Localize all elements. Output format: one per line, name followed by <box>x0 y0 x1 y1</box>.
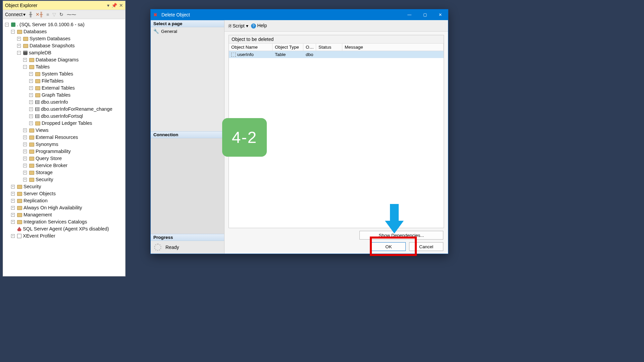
collapse-icon[interactable]: − <box>23 65 27 69</box>
dropped-ledger-node[interactable]: +Dropped Ledger Tables <box>4 120 124 127</box>
system-databases-node[interactable]: +System Databases <box>4 35 124 42</box>
expand-icon[interactable]: + <box>29 107 33 111</box>
cell-owner: dbo <box>303 51 316 58</box>
disconnect-all-icon[interactable]: ✕╫ <box>36 12 43 17</box>
annotation-callout: 4-2 <box>222 118 267 157</box>
expand-icon[interactable]: + <box>11 213 15 217</box>
sql-agent-node[interactable]: SQL Server Agent (Agent XPs disabled) <box>4 225 124 232</box>
expand-icon[interactable]: + <box>29 114 33 118</box>
maximize-button[interactable]: ▢ <box>417 9 433 20</box>
expand-icon[interactable]: + <box>29 72 33 76</box>
server-objects-node[interactable]: +Server Objects <box>4 190 124 197</box>
query-store-node[interactable]: +Query Store <box>4 155 124 162</box>
node-label: Storage <box>36 169 53 176</box>
close-button[interactable]: ✕ <box>433 9 448 20</box>
node-label: Databases <box>23 28 47 35</box>
expand-icon[interactable]: + <box>17 37 21 41</box>
col-message[interactable]: Message <box>342 44 444 51</box>
expand-icon[interactable]: + <box>29 86 33 90</box>
external-tables-node[interactable]: +External Tables <box>4 85 124 92</box>
connect-dropdown[interactable]: Connect ▾ <box>5 12 26 17</box>
node-label: Database Diagrams <box>36 56 79 63</box>
col-object-name[interactable]: Object Name <box>229 44 273 51</box>
disconnect-icon[interactable]: ╫ <box>29 12 32 17</box>
dropdown-arrow-icon[interactable]: ▾ <box>107 3 109 8</box>
grid-row-selected[interactable]: userInfo Table dbo <box>229 51 444 58</box>
table-userinfo-rename-node[interactable]: +dbo.userInfoForRename_change <box>4 106 124 113</box>
isc-node[interactable]: +Integration Services Catalogs <box>4 218 124 225</box>
expand-icon[interactable]: + <box>11 199 15 203</box>
expand-icon[interactable]: + <box>11 185 15 189</box>
expand-icon[interactable]: + <box>29 93 33 97</box>
expand-icon[interactable]: + <box>23 136 27 139</box>
script-dropdown[interactable]: ⎘ Script ▾ <box>229 23 248 29</box>
server-node[interactable]: −. (SQL Server 16.0.1000.6 - sa) <box>4 21 124 28</box>
service-broker-node[interactable]: +Service Broker <box>4 162 124 169</box>
expand-icon[interactable]: + <box>17 44 21 48</box>
activity-icon[interactable]: ⁓⁓ <box>67 12 76 17</box>
expand-icon[interactable]: + <box>11 234 15 238</box>
pin-icon[interactable]: 📌 <box>111 3 117 8</box>
views-node[interactable]: +Views <box>4 127 124 134</box>
col-object-type[interactable]: Object Type <box>273 44 303 51</box>
expand-icon[interactable]: + <box>23 143 27 146</box>
synonyms-node[interactable]: +Synonyms <box>4 141 124 148</box>
external-resources-node[interactable]: +External Resources <box>4 134 124 141</box>
expand-icon[interactable]: + <box>23 178 27 182</box>
node-label: Replication <box>23 197 48 204</box>
expand-icon[interactable]: + <box>23 58 27 62</box>
annotation-label: 4-2 <box>232 128 257 147</box>
expand-icon[interactable]: + <box>23 157 27 160</box>
table-userinfo-node[interactable]: +dbo.userInfo <box>4 99 124 106</box>
dialog-titlebar[interactable]: ✖ Delete Object — ▢ ✕ <box>151 9 448 20</box>
file-tables-node[interactable]: +FileTables <box>4 77 124 85</box>
xevent-profiler-node[interactable]: +XEvent Profiler <box>4 232 124 240</box>
refresh-icon[interactable]: ↻ <box>59 12 63 17</box>
replication-node[interactable]: +Replication <box>4 197 124 204</box>
expand-icon[interactable]: + <box>29 100 33 104</box>
stop-icon[interactable]: ■ <box>46 12 49 17</box>
minimize-button[interactable]: — <box>402 9 417 20</box>
collapse-icon[interactable]: − <box>17 51 21 55</box>
node-label: FileTables <box>42 77 63 85</box>
folder-icon <box>29 164 34 168</box>
object-explorer-tree[interactable]: −. (SQL Server 16.0.1000.6 - sa) −Databa… <box>3 19 125 276</box>
object-explorer-title: Object Explorer <box>5 3 37 8</box>
sampledb-node[interactable]: −sampleDB <box>4 49 124 56</box>
programmability-node[interactable]: +Programmability <box>4 148 124 155</box>
management-node[interactable]: +Management <box>4 211 124 218</box>
expand-icon[interactable]: + <box>23 171 27 174</box>
help-link[interactable]: ? Help <box>251 23 267 29</box>
expand-icon[interactable]: + <box>11 192 15 196</box>
security-db-node[interactable]: +Security <box>4 176 124 183</box>
table-userinfo-fortsql-node[interactable]: +dbo.userInfoFortsql <box>4 113 124 120</box>
db-snapshots-node[interactable]: +Database Snapshots <box>4 42 124 49</box>
graph-tables-node[interactable]: +Graph Tables <box>4 92 124 99</box>
expand-icon[interactable]: + <box>29 79 33 83</box>
col-owner[interactable]: O… <box>303 44 316 51</box>
collapse-icon[interactable]: − <box>11 30 15 34</box>
expand-icon[interactable]: + <box>11 220 15 224</box>
filter-icon[interactable]: ▽ <box>52 12 56 17</box>
folder-icon <box>29 58 34 62</box>
always-on-node[interactable]: +Always On High Availability <box>4 204 124 211</box>
progress-header: Progress <box>151 234 224 241</box>
page-general[interactable]: 🔧 General <box>153 29 221 34</box>
expand-icon[interactable]: + <box>23 164 27 167</box>
system-tables-node[interactable]: +System Tables <box>4 70 124 77</box>
databases-node[interactable]: −Databases <box>4 28 124 35</box>
expand-icon[interactable]: + <box>23 128 27 132</box>
security-node[interactable]: +Security <box>4 183 124 190</box>
close-panel-icon[interactable]: ✕ <box>119 3 123 8</box>
expand-icon[interactable]: + <box>23 150 27 153</box>
db-diagrams-node[interactable]: +Database Diagrams <box>4 56 124 63</box>
collapse-icon[interactable]: − <box>5 23 9 27</box>
expand-icon[interactable]: + <box>29 121 33 125</box>
dialog-left-panel: Select a page 🔧 General Connection Progr… <box>151 20 225 254</box>
cell-object-name: userInfo <box>229 51 273 58</box>
node-label: XEvent Profiler <box>23 232 55 240</box>
col-status[interactable]: Status <box>316 44 342 51</box>
storage-node[interactable]: +Storage <box>4 169 124 176</box>
expand-icon[interactable]: + <box>11 206 15 210</box>
tables-node[interactable]: −Tables <box>4 63 124 70</box>
